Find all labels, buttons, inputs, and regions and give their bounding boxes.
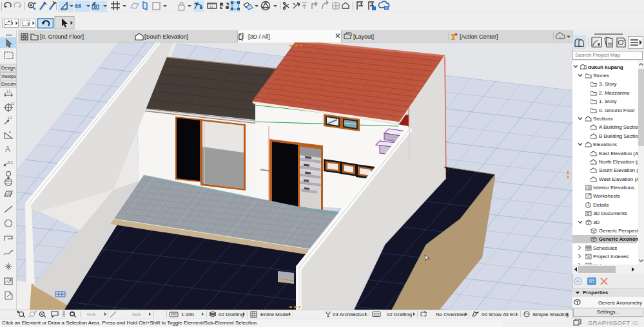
- svg-text:12: 12: [210, 5, 213, 9]
- svg-text:A1: A1: [7, 160, 14, 165]
- svg-text:1.2: 1.2: [10, 102, 15, 106]
- svg-text:1.2: 1.2: [6, 90, 11, 93]
- svg-text:A: A: [5, 145, 10, 154]
- svg-text:1.2: 1.2: [8, 117, 12, 120]
- svg-text:α: α: [9, 130, 11, 134]
- svg-text:zz: zz: [6, 178, 9, 182]
